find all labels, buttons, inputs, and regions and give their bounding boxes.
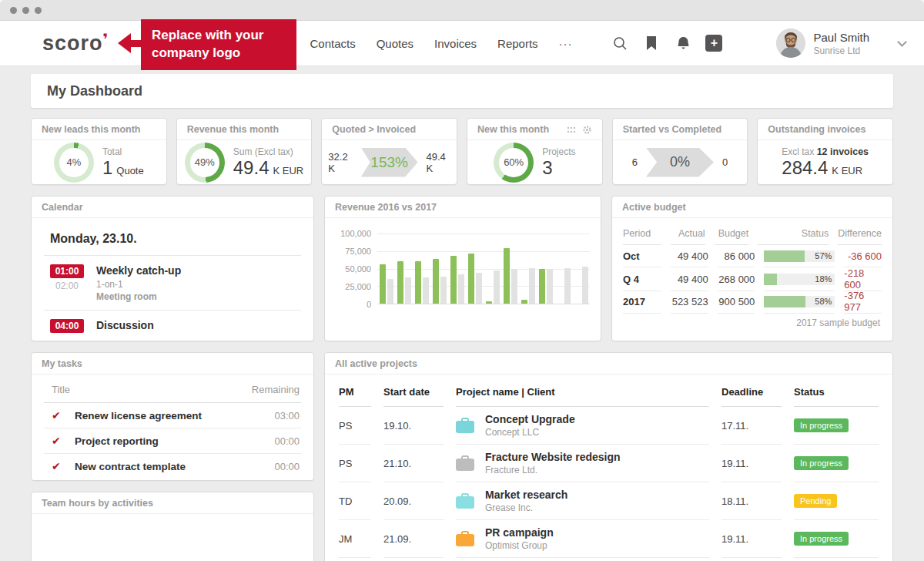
budget-progress-bar: 58% (764, 296, 835, 307)
revenue-chart-card: Revenue 2016 vs 2017 100,000 75,000 50,0… (324, 196, 601, 341)
user-menu[interactable]: Paul Smith Sunrise Ltd (776, 29, 906, 58)
scoro-logo[interactable]: scoro❜ (42, 32, 109, 55)
window-close-button[interactable] (10, 7, 17, 14)
task-title: Project reporting (75, 435, 159, 447)
project-row[interactable]: PS 19.10. Concept UpgradeConcept LLC 17.… (339, 407, 879, 445)
project-row[interactable]: PS 21.10. Fracture Website redesignFract… (339, 445, 879, 482)
card-title: Revenue this month (177, 119, 312, 140)
status-badge: In progress (794, 418, 849, 432)
nav-item-quotes[interactable]: Quotes (377, 37, 413, 50)
completed-value: 0 (722, 156, 728, 168)
top-navbar: scoro❜ Replace with your company logo Co… (0, 21, 924, 66)
nav-item-reports[interactable]: Reports (497, 37, 538, 50)
task-check-icon[interactable]: ✔ (52, 409, 75, 422)
search-icon[interactable] (611, 34, 629, 52)
arrow-left-icon (118, 33, 143, 53)
metric-value: 3 (542, 157, 552, 179)
budget-row[interactable]: Q 4 49 400 268 000 18% -218 600 (623, 267, 882, 290)
metric-card-outstanding-invoices[interactable]: Outstanding invoices Excl tax 12 invoice… (757, 118, 893, 185)
task-check-icon[interactable]: ✔ (52, 435, 75, 447)
metric-cards-row: New leads this month 4% Total 1Quote Rev… (31, 118, 893, 185)
window-minimize-button[interactable] (22, 7, 29, 14)
task-remaining: 00:00 (274, 461, 300, 472)
add-new-button[interactable]: + (705, 35, 722, 52)
donut-chart: 4% (54, 143, 94, 183)
card-title: Revenue 2016 vs 2017 (325, 197, 601, 218)
task-row[interactable]: ✔ New contract template 00:00 (44, 454, 301, 479)
notifications-bell-icon[interactable] (674, 34, 692, 52)
event-subtitle: 1-on-1 (96, 279, 181, 290)
budget-row[interactable]: Oct 49 400 86 000 57% -36 600 (623, 245, 882, 267)
nav-more-menu[interactable]: ··· (559, 37, 573, 50)
briefcase-icon (456, 531, 474, 546)
briefcase-icon (456, 493, 474, 509)
bar-chart-plot (377, 233, 590, 304)
bookmark-icon[interactable] (642, 34, 661, 52)
avatar (776, 29, 805, 58)
metric-label: Sum (Excl tax) (233, 146, 303, 157)
active-budget-card: Active budget Period Actual Budget Statu… (611, 196, 893, 341)
card-title: Active budget (612, 197, 892, 218)
event-start-time: 01:00 (50, 264, 84, 278)
donut-chart: 60% (494, 143, 534, 183)
bar-series (377, 233, 590, 304)
drag-handle-icon[interactable] (567, 126, 576, 133)
task-row[interactable]: ✔ Project reporting 00:00 (44, 428, 301, 454)
metric-card-started-completed[interactable]: Started vs Completed 6 0% 0 (612, 118, 748, 185)
page-title: My Dashboard (47, 83, 142, 99)
metric-unit: Quote (116, 165, 143, 176)
task-remaining: 03:00 (274, 410, 300, 422)
y-axis-labels: 100,000 75,000 50,000 25,000 0 (330, 233, 377, 304)
event-title: Weekly catch-up (96, 264, 181, 277)
event-start-time: 04:00 (50, 319, 84, 333)
calendar-event[interactable]: 01:00 02:00 Weekly catch-up 1-on-1 Meeti… (44, 256, 301, 311)
budget-row[interactable]: 2017 523 523 900 500 58% -376 977 (623, 290, 882, 312)
dashboard-content: My Dashboard New leads this month 4% Tot… (0, 66, 924, 561)
project-row[interactable]: KM 20.09. Project for Luminous GroupLumi… (339, 558, 879, 561)
settings-gear-icon[interactable] (582, 125, 592, 135)
task-check-icon[interactable]: ✔ (52, 460, 75, 472)
card-title: New leads this month (32, 119, 166, 140)
donut-value: 4% (59, 148, 89, 177)
logo-text: scoro (42, 32, 103, 55)
calendar-date: Monday, 23.10. (44, 226, 301, 256)
quoted-value: 32.2 K (328, 151, 352, 174)
card-title: All active projects (325, 353, 892, 375)
card-title: New this month (477, 124, 549, 135)
calendar-event[interactable]: 04:00 Discussion (44, 311, 301, 341)
metric-card-new-this-month[interactable]: New this month 60% Projects 3 (467, 118, 603, 185)
metric-card-revenue[interactable]: Revenue this month 49% Sum (Excl tax) 49… (176, 118, 313, 185)
metric-label: Projects (542, 146, 575, 157)
briefcase-icon (456, 418, 474, 433)
window-maximize-button[interactable] (35, 7, 42, 14)
card-title: Quoted > Invoiced (322, 119, 457, 140)
task-row[interactable]: ✔ Renew license agreement 03:00 (44, 403, 301, 428)
task-remaining: 00:00 (274, 435, 300, 447)
team-hours-card: Team hours by activities 6.9% (31, 492, 314, 561)
nav-menu: Contacts Quotes Invoices Reports ··· (310, 37, 572, 50)
metric-card-new-leads[interactable]: New leads this month 4% Total 1Quote (31, 118, 167, 185)
donut-value: 60% (499, 148, 528, 177)
nav-item-contacts[interactable]: Contacts (310, 37, 355, 50)
projects-table-header: PM Start date Project name | Client Dead… (339, 378, 879, 407)
task-title: Renew license agreement (75, 410, 202, 422)
metric-card-quoted-invoiced[interactable]: Quoted > Invoiced 32.2 K 153% 49.4 K (321, 118, 457, 185)
project-row[interactable]: JM 21.09. PR campaignOptimist Group 19.1… (339, 520, 879, 558)
calendar-card: Calendar Monday, 23.10. 01:00 02:00 Week… (31, 196, 314, 341)
projects-card: All active projects PM Start date Projec… (324, 352, 893, 561)
project-row[interactable]: TD 20.09. Market researchGrease Inc. 18.… (339, 482, 879, 520)
arrow-ribbon-badge: 153% (361, 148, 418, 177)
task-title: New contract template (75, 461, 186, 472)
nav-item-invoices[interactable]: Invoices (434, 37, 477, 50)
status-badge: Pending (794, 494, 837, 508)
banner-line2: company logo (152, 45, 296, 62)
metric-value: 1 (102, 157, 112, 179)
metric-label: Total (102, 146, 144, 157)
window-titlebar (0, 0, 924, 21)
card-title: Started vs Completed (613, 119, 748, 140)
card-title: My tasks (32, 353, 313, 375)
event-location: Meeting room (96, 291, 181, 302)
donut-value: 49% (190, 148, 219, 177)
user-company: Sunrise Ltd (813, 45, 869, 56)
metric-unit: K EUR (832, 165, 862, 176)
